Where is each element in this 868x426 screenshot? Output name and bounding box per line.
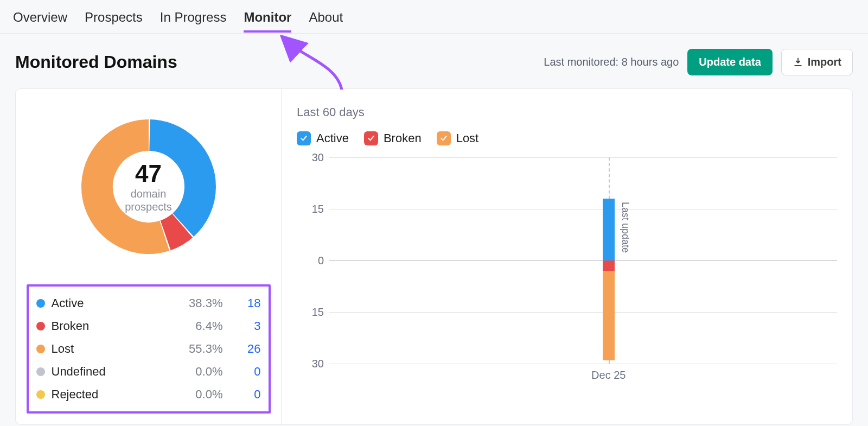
tab-in-progress[interactable]: In Progress — [160, 1, 227, 33]
page-title: Monitored Domains — [15, 52, 177, 72]
bar-stack — [603, 157, 615, 364]
legend-toggle-broken[interactable]: Broken — [364, 131, 422, 145]
update-data-button[interactable]: Update data — [687, 49, 772, 75]
legend-toggle-label: Broken — [384, 131, 422, 145]
donut-panel: 47 domain prospects Active 38.3% 18 Brok… — [16, 89, 282, 424]
donut-sub2: prospects — [125, 200, 172, 213]
checkbox-active-icon — [297, 131, 311, 145]
x-tick-label: Dec 25 — [591, 369, 626, 382]
legend-label: Rejected — [52, 387, 169, 402]
tab-monitor[interactable]: Monitor — [244, 1, 291, 33]
y-tick-label: 15 — [302, 306, 324, 319]
gridline — [329, 364, 837, 364]
legend-label: Undefined — [52, 365, 169, 379]
tab-overview[interactable]: Overview — [13, 1, 67, 33]
legend-row-broken[interactable]: Broken 6.4% 3 — [36, 315, 261, 338]
download-icon — [793, 57, 803, 68]
legend-pct: 55.3% — [169, 342, 223, 356]
legend-label: Active — [52, 296, 169, 310]
update-data-label: Update data — [699, 56, 761, 68]
legend-row-undefined[interactable]: Undefined 0.0% 0 — [36, 360, 261, 383]
legend-count: 3 — [223, 319, 261, 333]
legend-row-active[interactable]: Active 38.3% 18 — [36, 292, 261, 315]
legend-pct: 38.3% — [169, 296, 223, 310]
legend-dot-active — [36, 299, 45, 308]
legend-dot-rejected — [36, 390, 45, 399]
y-tick-label: 15 — [302, 203, 324, 215]
last-update-label: Last update — [620, 202, 631, 253]
monitor-card: 47 domain prospects Active 38.3% 18 Brok… — [15, 88, 853, 425]
gridline — [329, 312, 837, 313]
gridline — [329, 260, 837, 261]
bar-chart: 301501530Last updateDec 25 — [329, 157, 837, 374]
tab-about[interactable]: About — [309, 1, 343, 33]
legend-pct: 0.0% — [169, 365, 223, 379]
legend-row-rejected[interactable]: Rejected 0.0% 0 — [36, 383, 261, 406]
chart-legend: Active Broken Lost — [297, 131, 837, 145]
y-tick-label: 30 — [302, 358, 324, 370]
donut-center: 47 domain prospects — [67, 105, 230, 268]
page-header: Monitored Domains Last monitored: 8 hour… — [0, 34, 868, 88]
legend-toggle-lost[interactable]: Lost — [437, 131, 479, 145]
legend-toggle-label: Active — [316, 131, 349, 145]
legend-count: 26 — [223, 342, 261, 356]
legend-label: Lost — [52, 342, 169, 356]
import-button[interactable]: Import — [781, 49, 853, 75]
checkbox-lost-icon — [437, 131, 451, 145]
legend-count: 0 — [223, 387, 261, 402]
import-label: Import — [808, 56, 841, 68]
legend-dot-undefined — [36, 367, 45, 376]
bar-seg-lost — [603, 271, 615, 360]
legend-dot-lost — [36, 345, 45, 353]
legend-dot-broken — [36, 322, 45, 330]
legend-toggle-active[interactable]: Active — [297, 131, 349, 145]
donut-chart: 47 domain prospects — [67, 105, 230, 268]
bar-seg-active — [603, 199, 615, 260]
donut-sub1: domain — [131, 187, 167, 200]
legend-label: Broken — [52, 319, 169, 333]
checkbox-broken-icon — [364, 131, 378, 145]
last-monitored-label: Last monitored: 8 hours ago — [544, 56, 679, 68]
legend-count: 0 — [223, 365, 261, 379]
legend-row-lost[interactable]: Lost 55.3% 26 — [36, 338, 261, 360]
bar-seg-broken — [603, 260, 615, 271]
legend-table: Active 38.3% 18 Broken 6.4% 3 Lost 55.3%… — [27, 284, 271, 414]
header-actions: Last monitored: 8 hours ago Update data … — [544, 49, 853, 75]
y-tick-label: 30 — [302, 151, 324, 164]
trend-subtitle: Last 60 days — [297, 105, 837, 119]
legend-pct: 6.4% — [169, 319, 223, 333]
top-tabs: Overview Prospects In Progress Monitor A… — [0, 0, 868, 34]
trend-panel: Last 60 days Active Broken Lost — [282, 89, 852, 424]
legend-toggle-label: Lost — [456, 131, 479, 145]
y-tick-label: 0 — [302, 255, 324, 267]
gridline — [329, 209, 837, 209]
tab-prospects[interactable]: Prospects — [85, 1, 143, 33]
donut-total: 47 — [135, 160, 162, 187]
legend-pct: 0.0% — [169, 387, 223, 402]
legend-count: 18 — [223, 296, 261, 310]
gridline — [329, 157, 837, 158]
